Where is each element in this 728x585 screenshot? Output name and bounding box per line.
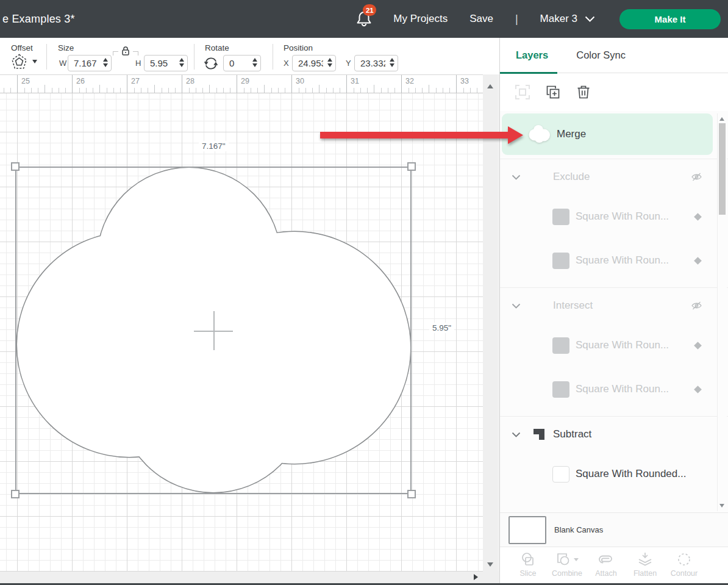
active-tab-underline	[500, 72, 557, 74]
contour-button[interactable]: Contour	[665, 551, 704, 578]
y-position-field[interactable]	[354, 55, 398, 71]
resize-handle-bottom-right[interactable]	[407, 490, 416, 498]
combine-caret-icon	[574, 558, 579, 561]
ruler-number: 31	[351, 77, 359, 85]
duplicate-icon[interactable]	[545, 84, 561, 100]
make-it-button[interactable]: Make It	[619, 9, 721, 29]
offset-button[interactable]	[11, 54, 37, 70]
nav-my-projects[interactable]: My Projects	[393, 13, 448, 25]
chevron-down-icon[interactable]	[512, 432, 521, 437]
combine-icon	[555, 551, 571, 567]
layer-group-subtract[interactable]: Subtract	[500, 417, 728, 452]
ruler-number: 28	[186, 77, 194, 85]
scroll-down-arrow-icon[interactable]	[719, 504, 724, 508]
canvas-grid: 7.167" 5.95"	[0, 93, 483, 572]
combine-button[interactable]: Combine	[548, 551, 587, 578]
flatten-label: Flatten	[633, 569, 657, 578]
x-stepper[interactable]	[327, 58, 332, 67]
ruler-number: 33	[460, 77, 469, 85]
machine-selector[interactable]: Maker 3	[540, 13, 595, 25]
color-diamond-icon[interactable]	[694, 386, 702, 393]
canvas-horizontal-scrollbar[interactable]	[0, 572, 499, 583]
hidden-eye-icon[interactable]	[691, 171, 702, 182]
chevron-down-icon[interactable]	[512, 174, 521, 180]
flatten-button[interactable]: Flatten	[626, 551, 665, 578]
lock-icon[interactable]	[121, 45, 130, 56]
rotate-label: Rotate	[205, 43, 229, 52]
layer-row-merge[interactable]: Merge	[502, 113, 713, 155]
layer-thumbnail	[552, 337, 569, 354]
resize-handle-bottom-left[interactable]	[11, 490, 20, 498]
trash-icon[interactable]	[576, 84, 591, 100]
blank-canvas-row[interactable]: Blank Canvas	[500, 512, 728, 547]
nav-divider: |	[515, 13, 518, 26]
notifications-button[interactable]: 21	[355, 9, 374, 29]
scroll-right-arrow-icon[interactable]	[474, 574, 478, 580]
layer-row-square-3[interactable]: Square With Roun...	[500, 323, 728, 367]
toolbar-divider	[273, 44, 273, 70]
toolbar-divider	[194, 44, 194, 70]
ruler-number: 30	[296, 77, 304, 85]
layer-group-exclude[interactable]: Exclude	[500, 159, 728, 195]
lock-bracket-right	[133, 51, 138, 56]
attach-button[interactable]: Attach	[587, 551, 626, 578]
panel-bottom-toolbar: Slice Combine Attach	[500, 547, 728, 585]
project-title: e Examples 3*	[2, 13, 75, 26]
hidden-eye-icon[interactable]	[691, 300, 702, 311]
scroll-up-arrow-icon[interactable]	[719, 117, 724, 121]
layer-row-square-1[interactable]: Square With Roun...	[500, 195, 728, 239]
combine-label: Combine	[552, 569, 582, 578]
resize-handle-top-left[interactable]	[11, 162, 20, 171]
height-stepper[interactable]	[179, 58, 184, 67]
edit-toolbar: Offset Size W H	[0, 38, 499, 74]
slice-button[interactable]: Slice	[509, 551, 548, 578]
scrollbar-thumb[interactable]	[719, 123, 726, 215]
panel-scrollbar[interactable]	[717, 113, 727, 511]
layer-row-square-2[interactable]: Square With Roun...	[500, 239, 728, 282]
layers-list: Merge Exclude Square With Roun... Squ	[500, 111, 728, 512]
layer-label: Square With Roun...	[576, 254, 669, 267]
attach-icon	[598, 553, 615, 566]
color-diamond-icon[interactable]	[694, 257, 702, 265]
tab-color-sync[interactable]: Color Sync	[576, 49, 626, 61]
width-dimension-label: 7.167"	[199, 141, 229, 151]
nav-save[interactable]: Save	[469, 13, 493, 25]
x-position-field[interactable]	[292, 55, 336, 71]
design-canvas: 252627282930313233 7.167" 5.95"	[0, 74, 499, 585]
ruler-number: 26	[76, 77, 85, 85]
layer-thumbnail	[552, 381, 569, 398]
rotate-field[interactable]	[223, 55, 261, 71]
width-stepper[interactable]	[103, 58, 108, 67]
color-diamond-icon[interactable]	[694, 342, 702, 350]
height-field[interactable]	[144, 55, 188, 71]
size-lock-group	[113, 45, 138, 56]
attach-label: Attach	[595, 569, 616, 578]
flatten-icon	[637, 551, 653, 567]
layer-group-intersect[interactable]: Intersect	[500, 288, 728, 323]
layer-label: Square With Rounded...	[576, 468, 686, 480]
cricut-design-space-app: e Examples 3* 21 My Projects Save | Make…	[0, 0, 728, 585]
width-field[interactable]	[68, 55, 112, 71]
y-stepper[interactable]	[390, 58, 394, 67]
chevron-down-icon[interactable]	[512, 303, 521, 309]
ruler-number: 27	[131, 77, 140, 85]
canvas-vertical-scrollbar[interactable]	[483, 74, 498, 572]
rotate-stepper[interactable]	[252, 58, 257, 67]
machine-name: Maker 3	[540, 13, 577, 25]
select-all-icon[interactable]	[515, 84, 530, 100]
layer-label: Square With Roun...	[576, 210, 669, 223]
x-label: X	[284, 59, 289, 68]
offset-label: Offset	[11, 43, 33, 52]
size-label: Size	[58, 43, 74, 52]
rotate-icon[interactable]	[203, 56, 219, 71]
scroll-down-arrow-icon[interactable]	[487, 562, 493, 567]
group-label: Exclude	[553, 171, 590, 183]
scroll-up-arrow-icon[interactable]	[487, 84, 493, 88]
resize-handle-top-right[interactable]	[407, 162, 416, 171]
tab-layers[interactable]: Layers	[516, 49, 548, 61]
layer-row-square-5[interactable]: Square With Rounded...	[500, 452, 728, 496]
color-diamond-icon[interactable]	[694, 213, 702, 221]
merge-shape-thumbnail	[528, 123, 551, 146]
layer-row-square-4[interactable]: Square With Roun...	[500, 367, 728, 411]
top-navigation: 21 My Projects Save | Maker 3 Make It	[355, 9, 728, 29]
